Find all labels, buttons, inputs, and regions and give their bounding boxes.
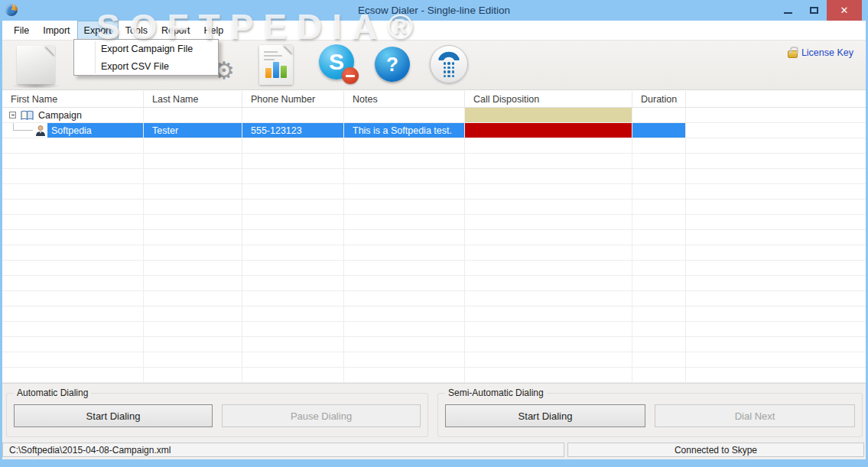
call-disposition-cell bbox=[465, 123, 632, 138]
automatic-dialing-group: Automatic Dialing Start Dialing Pause Di… bbox=[6, 393, 428, 437]
column-header-last-name[interactable]: Last Name bbox=[144, 91, 242, 107]
selected-phone-number: 555-123123 bbox=[242, 123, 344, 138]
minimize-button[interactable] bbox=[775, 0, 801, 21]
pause-dialing-button[interactable]: Pause Dialing bbox=[222, 404, 421, 427]
table-row-softpedia[interactable]: Softpedia Tester 555-123123 This is a So… bbox=[2, 123, 866, 138]
menu-import[interactable]: Import bbox=[36, 21, 76, 40]
menu-export[interactable]: Export bbox=[77, 21, 119, 40]
license-key-link[interactable]: License Key bbox=[788, 47, 853, 58]
icon-shadow bbox=[11, 83, 60, 89]
table-row-empty[interactable] bbox=[2, 169, 866, 184]
status-bar: C:\Softpedia\2015-04-08-Campaign.xml Con… bbox=[2, 441, 866, 459]
table-row-empty[interactable] bbox=[2, 199, 866, 215]
menu-item-export-csv-file[interactable]: Export CSV File bbox=[74, 58, 218, 75]
selected-first-name: Softpedia bbox=[47, 123, 143, 138]
padlock-icon bbox=[788, 50, 798, 58]
table-row-empty[interactable] bbox=[2, 230, 866, 245]
table-row-empty[interactable] bbox=[2, 138, 866, 154]
column-header-phone-number[interactable]: Phone Number bbox=[242, 91, 344, 107]
dialpad-dots-icon bbox=[444, 62, 455, 78]
close-icon: ✕ bbox=[840, 5, 849, 16]
auto-start-dialing-button[interactable]: Start Dialing bbox=[14, 404, 213, 427]
dial-next-button[interactable]: Dial Next bbox=[655, 404, 855, 427]
empty-grid-rows bbox=[2, 138, 866, 383]
semi-automatic-dialing-group: Semi-Automatic Dialing Start Dialing Dia… bbox=[437, 393, 863, 437]
maximize-button[interactable] bbox=[801, 0, 827, 21]
table-row-empty[interactable] bbox=[2, 337, 866, 352]
export-dropdown-menu: Export Campaign File Export CSV File bbox=[73, 39, 219, 76]
table-row-empty[interactable] bbox=[2, 352, 866, 368]
tree-collapse-icon[interactable] bbox=[9, 112, 16, 118]
help-icon[interactable]: ? bbox=[375, 47, 410, 82]
minimize-icon bbox=[784, 12, 792, 14]
table-row-empty[interactable] bbox=[2, 154, 866, 169]
semi-automatic-dialing-title: Semi-Automatic Dialing bbox=[445, 388, 547, 398]
table-row-empty[interactable] bbox=[2, 306, 866, 322]
window-border bbox=[0, 21, 2, 467]
status-file-path: C:\Softpedia\2015-04-08-Campaign.xml bbox=[2, 443, 564, 457]
column-header-duration[interactable]: Duration bbox=[632, 91, 686, 107]
status-skype-connection: Connected to Skype bbox=[567, 443, 864, 457]
skype-offline-badge-icon bbox=[342, 67, 359, 84]
column-header-call-disposition[interactable]: Call Disposition bbox=[465, 91, 632, 107]
contact-person-icon bbox=[35, 125, 46, 137]
menu-bar: File Import Export Tools Report Help bbox=[2, 21, 866, 40]
table-row-empty[interactable] bbox=[2, 184, 866, 199]
menu-file[interactable]: File bbox=[7, 21, 36, 40]
title-bar: Ecsow Dialer - Single-line Edition ✕ bbox=[0, 0, 868, 21]
document-icon[interactable] bbox=[17, 46, 55, 84]
table-row-empty[interactable] bbox=[2, 322, 866, 337]
table-row-empty[interactable] bbox=[2, 245, 866, 261]
campaign-book-icon bbox=[21, 110, 34, 121]
window-title: Ecsow Dialer - Single-line Edition bbox=[0, 0, 868, 21]
dialing-panels: Automatic Dialing Start Dialing Pause Di… bbox=[2, 383, 866, 441]
table-row-empty[interactable] bbox=[2, 215, 866, 230]
call-disposition-cell bbox=[465, 108, 632, 122]
table-row-campaign[interactable]: Campaign bbox=[2, 108, 866, 123]
handset-icon bbox=[438, 50, 460, 60]
window-border bbox=[0, 459, 868, 467]
contacts-table: First Name Last Name Phone Number Notes … bbox=[2, 91, 866, 383]
menu-item-export-campaign-file[interactable]: Export Campaign File bbox=[74, 41, 218, 57]
license-key-label: License Key bbox=[801, 47, 853, 58]
maximize-icon bbox=[810, 7, 818, 14]
report-chart-icon[interactable] bbox=[259, 45, 293, 85]
menu-help[interactable]: Help bbox=[197, 21, 230, 40]
campaign-label: Campaign bbox=[38, 110, 82, 121]
selected-last-name: Tester bbox=[144, 123, 242, 138]
table-row-empty[interactable] bbox=[2, 368, 866, 383]
menu-report[interactable]: Report bbox=[154, 21, 197, 40]
close-button[interactable]: ✕ bbox=[827, 0, 862, 21]
table-row-empty[interactable] bbox=[2, 261, 866, 276]
selected-duration bbox=[632, 123, 686, 138]
column-header-first-name[interactable]: First Name bbox=[2, 91, 144, 107]
table-header: First Name Last Name Phone Number Notes … bbox=[2, 91, 866, 108]
automatic-dialing-title: Automatic Dialing bbox=[14, 388, 91, 398]
menu-tools[interactable]: Tools bbox=[119, 21, 154, 40]
semi-start-dialing-button[interactable]: Start Dialing bbox=[445, 404, 645, 427]
table-row-empty[interactable] bbox=[2, 291, 866, 306]
column-header-notes[interactable]: Notes bbox=[344, 91, 465, 107]
skype-status-icon[interactable]: S bbox=[319, 44, 359, 84]
selected-notes: This is a Softpedia test. bbox=[344, 123, 465, 138]
tree-connector bbox=[13, 123, 33, 131]
app-window: Ecsow Dialer - Single-line Edition ✕ Fil… bbox=[0, 0, 868, 467]
table-row-empty[interactable] bbox=[2, 276, 866, 291]
dialpad-icon[interactable] bbox=[430, 45, 468, 83]
